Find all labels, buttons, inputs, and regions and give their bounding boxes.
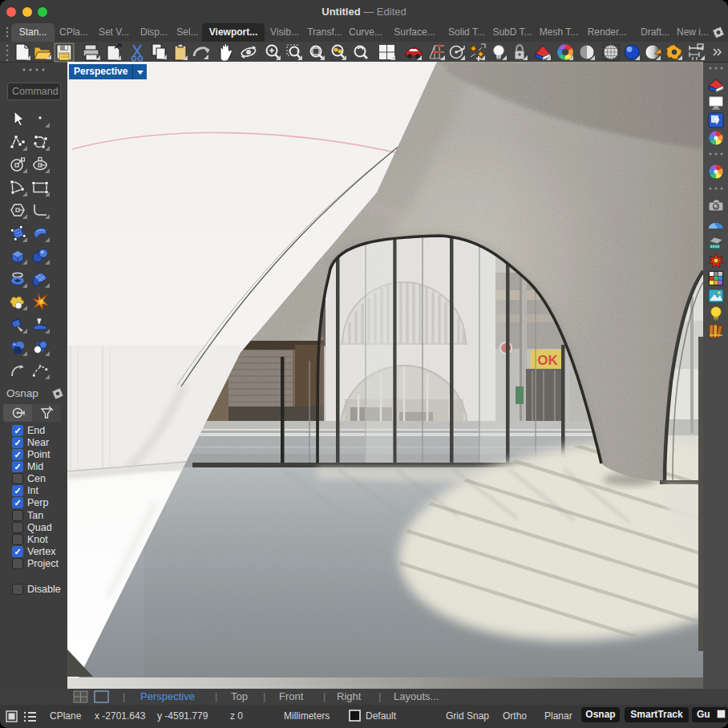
svg-text:?: ? [714, 116, 720, 126]
